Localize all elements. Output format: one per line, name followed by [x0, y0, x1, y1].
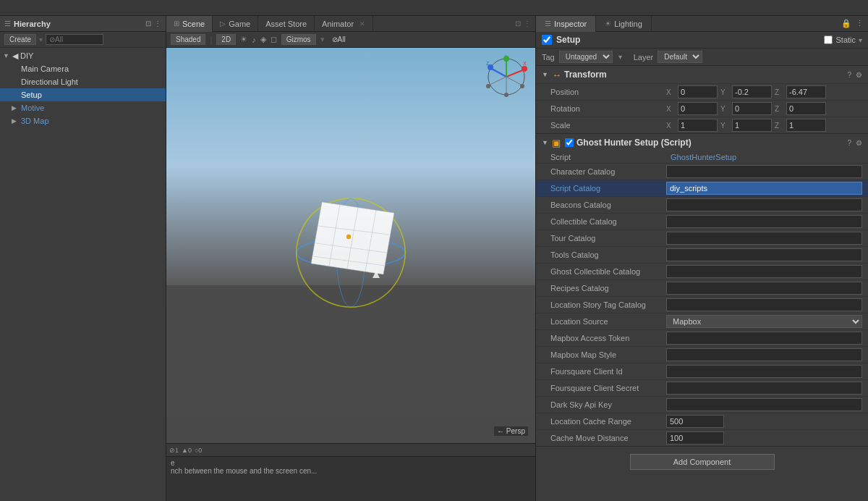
foursquare-client-secret-value	[666, 382, 862, 395]
prop-dark-sky-api-key: Dark Sky Api Key	[536, 396, 868, 413]
tools-catalog-input[interactable]	[666, 248, 862, 261]
ghost-hunter-header-icons: ? ⚙	[847, 139, 862, 147]
tab-animator[interactable]: Animator ✕	[315, 16, 373, 32]
tab-inspector[interactable]: ☰ Inspector	[536, 16, 596, 32]
prop-beacons-catalog: Beacons Catalog	[536, 196, 868, 213]
hierarchy-item-main-camera[interactable]: ▶ Main Camera	[0, 62, 166, 75]
rotation-z-input[interactable]	[786, 102, 826, 115]
console-warning-icon[interactable]: ▲0	[182, 447, 192, 454]
map-arrow: ▶	[12, 117, 19, 125]
foursquare-client-id-input[interactable]	[666, 365, 862, 378]
script-link[interactable]: GhostHunterSetup	[671, 153, 736, 161]
character-catalog-input[interactable]	[666, 165, 862, 178]
scale-x-input[interactable]	[678, 119, 718, 132]
inspector-tab-label: Inspector	[554, 20, 587, 28]
location-story-tag-catalog-input[interactable]	[666, 298, 862, 311]
static-checkbox[interactable]	[824, 35, 833, 44]
transform-help-icon[interactable]: ?	[847, 71, 851, 79]
foursquare-client-secret-input[interactable]	[666, 382, 862, 395]
location-cache-range-label: Location Cache Range	[550, 417, 666, 426]
hierarchy-menu-icon[interactable]: ⋮	[154, 20, 161, 28]
recipes-catalog-input[interactable]	[666, 282, 862, 295]
console-area: ⊘1 ▲0 ○0 e nch between the mouse and the…	[166, 443, 535, 501]
add-component-section: Add Component	[536, 447, 868, 477]
animator-tab-label: Animator	[322, 20, 354, 28]
hierarchy-item-directional-light[interactable]: ▶ Directional Light	[0, 75, 166, 88]
main-layout: ☰ Hierarchy ⊡ ⋮ Create ▾ ▼ ◀ DIY ▶ Main …	[0, 16, 868, 501]
effects-icon[interactable]: ◈	[260, 35, 266, 44]
sun-icon[interactable]: ☀	[240, 35, 247, 44]
gizmos-button[interactable]: Gizmos	[281, 34, 316, 45]
scale-z-input[interactable]	[786, 119, 826, 132]
tab-game[interactable]: ▷ Game	[213, 16, 258, 32]
dark-sky-api-key-input[interactable]	[666, 398, 862, 411]
position-x-input[interactable]	[678, 85, 718, 98]
position-z-input[interactable]	[786, 85, 826, 98]
dark-sky-api-key-label: Dark Sky Api Key	[550, 400, 666, 409]
hierarchy-item-diy[interactable]: ▼ ◀ DIY	[0, 49, 166, 62]
ghost-hunter-active-checkbox[interactable]	[565, 138, 574, 147]
recipes-catalog-value	[666, 282, 862, 295]
scale-x-label: X	[666, 122, 675, 130]
animator-close-icon[interactable]: ✕	[359, 20, 365, 28]
hierarchy-lock-icon[interactable]: ⊡	[145, 20, 151, 28]
hierarchy-item-motive[interactable]: ▶ Motive	[0, 101, 166, 114]
hidden-icon[interactable]: ◻	[271, 35, 277, 44]
add-component-button[interactable]: Add Component	[630, 454, 775, 470]
cache-move-distance-input[interactable]	[666, 431, 724, 445]
transform-header[interactable]: ▼ ↔ Transform ? ⚙	[536, 66, 868, 83]
transform-header-icons: ? ⚙	[847, 71, 862, 79]
beacons-catalog-input[interactable]	[666, 198, 862, 211]
scene-viewport[interactable]: X Y Z ←	[166, 48, 535, 443]
collapse-icon[interactable]: ⊡	[515, 20, 521, 28]
location-source-select[interactable]: Mapbox	[666, 315, 862, 328]
hierarchy-toolbar: Create ▾	[0, 32, 166, 48]
scale-y-input[interactable]	[732, 119, 772, 132]
scene-menu-icon[interactable]: ⋮	[524, 20, 531, 28]
transform-settings-icon[interactable]: ⚙	[856, 71, 862, 79]
hierarchy-item-setup[interactable]: ▶ Setup	[0, 88, 166, 101]
tab-scene[interactable]: ⊞ Scene	[166, 16, 213, 32]
svg-line-13	[506, 70, 524, 77]
console-info-icon[interactable]: ○0	[195, 447, 202, 454]
tour-catalog-input[interactable]	[666, 232, 862, 245]
console-error-icon[interactable]: ⊘1	[169, 447, 179, 454]
rotation-x-input[interactable]	[678, 102, 718, 115]
ghost-hunter-header[interactable]: ▼ ▣ Ghost Hunter Setup (Script) ? ⚙	[536, 134, 868, 151]
hierarchy-search-input[interactable]	[46, 34, 103, 45]
prop-location-cache-range: Location Cache Range	[536, 413, 868, 429]
layer-select[interactable]: Default	[658, 51, 702, 63]
prop-mapbox-map-style: Mapbox Map Style	[536, 346, 868, 363]
static-dropdown-arrow[interactable]: ▾	[859, 36, 862, 44]
ghost-hunter-help-icon[interactable]: ?	[847, 139, 851, 147]
diy-label: ◀ DIY	[12, 51, 33, 61]
mapbox-access-token-input[interactable]	[666, 332, 862, 345]
2d-button[interactable]: 2D	[216, 34, 236, 45]
layer-label: Layer	[634, 53, 654, 62]
script-component-icon: ▣	[552, 138, 561, 148]
object-active-checkbox[interactable]	[542, 35, 552, 45]
rotation-y-input[interactable]	[732, 102, 772, 115]
tag-select[interactable]: Untagged	[559, 51, 613, 63]
location-cache-range-input[interactable]	[666, 415, 724, 428]
svg-point-10	[346, 234, 352, 240]
prop-tour-catalog: Tour Catalog	[536, 230, 868, 246]
collectible-catalog-input[interactable]	[666, 215, 862, 228]
create-button[interactable]: Create	[4, 34, 36, 45]
position-y-input[interactable]	[732, 85, 772, 98]
audio-icon[interactable]: ♪	[252, 35, 256, 44]
object-static-row: Static ▾	[824, 35, 862, 44]
script-catalog-input[interactable]	[666, 182, 862, 195]
tab-asset-store[interactable]: Asset Store	[258, 16, 315, 32]
shaded-button[interactable]: Shaded	[171, 34, 205, 45]
ghost-collectible-catalog-input[interactable]	[666, 265, 862, 278]
mapbox-map-style-input[interactable]	[666, 348, 862, 361]
ghost-hunter-settings-icon[interactable]: ⚙	[856, 139, 862, 147]
hierarchy-item-3d-map[interactable]: ▶ 3D Map	[0, 114, 166, 127]
tab-lighting[interactable]: ☀ Lighting	[596, 16, 652, 32]
inspector-menu-icon[interactable]: ⋮	[856, 19, 864, 28]
rotation-label: Rotation	[550, 104, 666, 113]
console-message-short: e	[171, 459, 175, 467]
scene-gizmo[interactable]: X Y Z	[485, 55, 528, 98]
inspector-lock-icon[interactable]: 🔒	[841, 19, 851, 28]
